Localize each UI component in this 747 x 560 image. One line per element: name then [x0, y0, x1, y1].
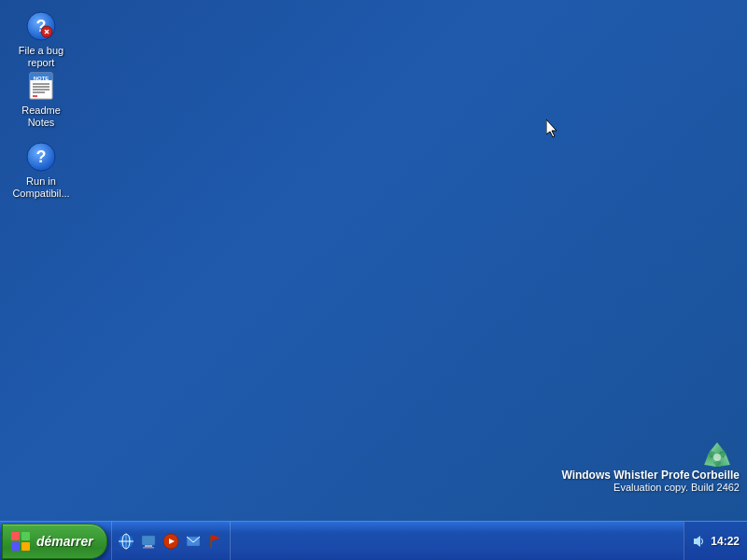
clock-display: 14:22: [711, 535, 740, 548]
svg-rect-12: [33, 95, 37, 97]
readme-icon: NOTE: [26, 71, 56, 101]
volume-icon: [692, 534, 707, 549]
compatibility-label: Run in Compatibil...: [11, 175, 71, 200]
windows-logo-icon: [10, 531, 31, 552]
quick-launch-outlook[interactable]: [183, 531, 204, 552]
taskbar: démarrer: [0, 521, 747, 560]
svg-rect-25: [142, 536, 155, 545]
svg-text:NOTE: NOTE: [34, 76, 49, 81]
system-tray: 14:22: [684, 522, 747, 560]
bug-report-label: File a bug report: [11, 45, 71, 69]
desktop-icon-file-bug-report[interactable]: ? File a bug report: [7, 7, 75, 73]
desktop-icon-readme-notes[interactable]: NOTE Readme Notes: [7, 67, 75, 133]
svg-marker-15: [546, 119, 557, 137]
svg-rect-17: [11, 532, 20, 540]
quick-launch-flag[interactable]: [205, 531, 226, 552]
svg-point-16: [713, 454, 721, 461]
mouse-cursor: [546, 119, 557, 138]
desktop: ? File a bug report NOTE Readme Notes: [0, 0, 747, 521]
svg-rect-19: [11, 542, 20, 551]
start-label: démarrer: [36, 534, 93, 549]
compatibility-icon: ?: [26, 142, 56, 172]
svg-rect-18: [21, 532, 30, 540]
version-title: Windows Whistler ProfeCorbeille: [561, 469, 740, 482]
bug-report-icon: ?: [26, 11, 56, 41]
version-watermark: Windows Whistler ProfeCorbeille Evaluati…: [561, 469, 740, 493]
quick-launch-show-desktop[interactable]: [138, 531, 159, 552]
svg-marker-32: [211, 535, 220, 541]
svg-rect-20: [21, 542, 30, 551]
svg-marker-33: [694, 536, 700, 547]
readme-label: Readme Notes: [11, 105, 71, 129]
version-subtitle: Evaluation copy. Build 2462: [561, 482, 740, 493]
quick-launch-media[interactable]: [161, 531, 181, 552]
start-button[interactable]: démarrer: [2, 524, 107, 559]
desktop-icon-run-in-compatibility[interactable]: ? Run in Compatibil...: [7, 138, 75, 203]
svg-rect-26: [145, 545, 152, 547]
quick-launch-ie[interactable]: [116, 531, 136, 552]
svg-rect-27: [143, 547, 154, 549]
svg-text:?: ?: [36, 147, 47, 166]
quick-launch-area: [111, 522, 231, 560]
